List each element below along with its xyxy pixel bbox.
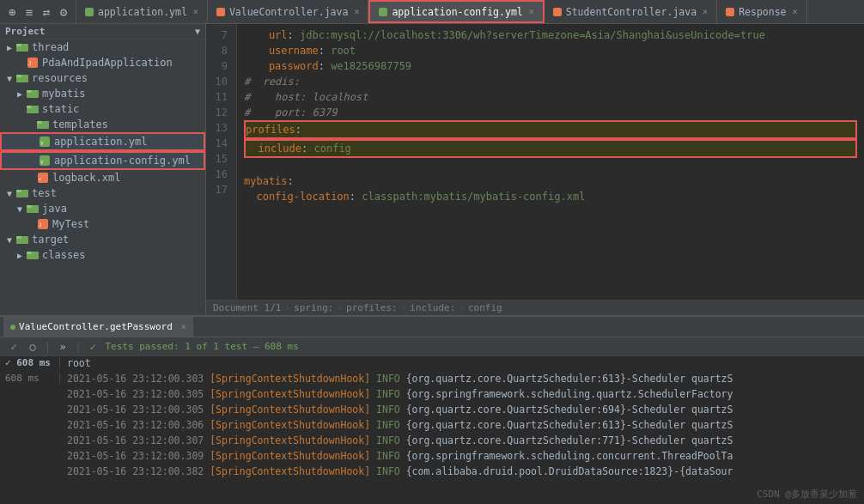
- breadcrumb-item-0: Document 1/1: [213, 302, 281, 313]
- code-line-14: include: config: [244, 139, 857, 158]
- tree-item-11[interactable]: JMyTest: [0, 216, 205, 232]
- tab-label-application-config-yml: application-config.yml: [392, 6, 522, 18]
- tree-label-4: static: [42, 103, 79, 115]
- tree-label-12: target: [32, 234, 69, 246]
- breadcrumb-item-4: config: [468, 302, 502, 313]
- tab-Response[interactable]: Response×: [717, 0, 806, 23]
- tree-file-icon-4: [26, 102, 40, 116]
- tab-bar: ⊕ ≡ ⇄ ⚙ application.yml×ValueController.…: [0, 0, 864, 24]
- tree-file-icon-6: y: [38, 135, 52, 149]
- code-content: 7891011121314151617 url: jdbc:mysql://lo…: [206, 24, 864, 300]
- separator2: |: [75, 341, 81, 353]
- sidebar-header: Project ▼: [0, 24, 205, 39]
- tree-arrow-10: ▼: [14, 203, 26, 215]
- tab-icon-application-config-yml: [379, 8, 387, 16]
- bottom-tab-label-0: ValueController.getPassword: [19, 321, 173, 332]
- log-content-1: 2021-05-16 23:12:00.303 [SpringContextSh…: [60, 373, 739, 385]
- bottom-tab-0[interactable]: ●ValueController.getPassword×: [3, 317, 193, 337]
- tab-icon-ValueController: [216, 8, 225, 16]
- code-line-11: # host: localhost: [244, 89, 857, 105]
- tree-arrow-0: ▶: [3, 41, 15, 53]
- log-row-3: 2021-05-16 23:12:00.305 [SpringContextSh…: [0, 403, 864, 418]
- code-line-7: url: jdbc:mysql://localhost:3306/wh?serv…: [244, 27, 857, 43]
- sidebar: Project ▼ ▶threadJPdaAndIpadApplication▼…: [0, 24, 206, 315]
- list-icon[interactable]: ≡: [22, 5, 36, 19]
- tree-label-3: mybatis: [42, 88, 86, 100]
- tab-close-ValueController[interactable]: ×: [354, 7, 359, 16]
- line-numbers: 7891011121314151617: [206, 24, 237, 300]
- tree-item-5[interactable]: templates: [0, 117, 205, 132]
- breadcrumb-bar: Document 1/1 › spring: › profiles: › inc…: [206, 300, 864, 315]
- breadcrumb-sep-1: ›: [337, 302, 343, 313]
- tree-file-icon-5: [36, 118, 50, 131]
- tab-close-Response[interactable]: ×: [793, 7, 798, 16]
- tree-file-icon-2: [15, 71, 29, 85]
- log-content-5: 2021-05-16 23:12:00.307 [SpringContextSh…: [60, 434, 739, 446]
- bottom-controls: ✓ ○ | » | ✓ Tests passed: 1 of 1 test – …: [0, 337, 864, 356]
- tree-item-6[interactable]: yapplication.yml: [0, 132, 205, 151]
- tree-item-3[interactable]: ▶mybatis: [0, 86, 205, 101]
- code-line-15: [244, 158, 857, 173]
- test-status-text: Tests passed: 1 of 1 test – 608 ms: [105, 341, 298, 352]
- breadcrumb-item-1: spring:: [294, 302, 333, 313]
- svg-rect-11: [37, 121, 42, 124]
- tab-label-ValueController: ValueController.java: [229, 6, 348, 18]
- tree-item-8[interactable]: xlogback.xml: [0, 170, 205, 185]
- code-lines[interactable]: url: jdbc:mysql://localhost:3306/wh?serv…: [237, 24, 864, 300]
- tree-item-4[interactable]: static: [0, 101, 205, 117]
- line-number-14: 14: [206, 136, 233, 151]
- svg-rect-25: [16, 236, 21, 239]
- tree-item-1[interactable]: JPdaAndIpadApplication: [0, 55, 205, 70]
- circle-icon[interactable]: ○: [26, 340, 40, 354]
- code-line-9: password: we18256987759: [244, 58, 857, 74]
- line-number-17: 17: [206, 182, 233, 197]
- split-icon[interactable]: ⇄: [40, 5, 53, 19]
- tab-ValueController[interactable]: ValueController.java×: [208, 0, 369, 23]
- log-content-0: root: [60, 357, 98, 369]
- tree-item-7[interactable]: yapplication-config.yml: [0, 151, 205, 170]
- pass-icon: ✓: [86, 340, 100, 354]
- log-content-7: 2021-05-16 23:12:00.382 [SpringContextSh…: [60, 465, 739, 477]
- svg-text:y: y: [40, 139, 44, 146]
- tree-file-icon-8: x: [36, 171, 50, 185]
- log-area: ✓ 608 msroot 608 ms2021-05-16 23:12:00.3…: [0, 356, 864, 504]
- svg-rect-19: [16, 190, 21, 192]
- tab-application-config-yml[interactable]: application-config.yml×: [368, 0, 544, 23]
- breadcrumb-item-3: include:: [410, 302, 455, 313]
- tree-item-9[interactable]: ▼test: [0, 185, 205, 201]
- tree-item-2[interactable]: ▼resources: [0, 70, 205, 86]
- log-row-4: 2021-05-16 23:12:00.306 [SpringContextSh…: [0, 418, 864, 434]
- tree-item-12[interactable]: ▼target: [0, 232, 205, 247]
- tree-arrow-13: ▶: [14, 249, 26, 261]
- log-row-2: 2021-05-16 23:12:00.305 [SpringContextSh…: [0, 387, 864, 403]
- log-content-2: 2021-05-16 23:12:00.305 [SpringContextSh…: [60, 388, 739, 400]
- tree-item-10[interactable]: ▼java: [0, 201, 205, 216]
- line-number-13: 13: [206, 120, 233, 136]
- gear-icon[interactable]: ⚙: [57, 5, 70, 19]
- tab-application-yml[interactable]: application.yml×: [76, 0, 208, 23]
- forward-icon[interactable]: »: [56, 340, 70, 354]
- tab-StudentController[interactable]: StudentController.java×: [545, 0, 717, 23]
- tree-item-13[interactable]: ▶classes: [0, 247, 205, 263]
- tree-item-0[interactable]: ▶thread: [0, 39, 205, 55]
- check-icon[interactable]: ✓: [7, 340, 21, 354]
- log-row-5: 2021-05-16 23:12:00.307 [SpringContextSh…: [0, 434, 864, 449]
- tab-close-application-yml[interactable]: ×: [193, 7, 198, 16]
- svg-text:x: x: [39, 176, 41, 181]
- tab-close-application-config-yml[interactable]: ×: [529, 7, 534, 16]
- bottom-tab-bar: ●ValueController.getPassword×: [0, 317, 864, 337]
- tree-label-6: application.yml: [54, 136, 147, 148]
- bottom-tab-close-0[interactable]: ×: [181, 322, 186, 331]
- tab-icon-StudentController: [553, 8, 562, 16]
- log-content-4: 2021-05-16 23:12:00.306 [SpringContextSh…: [60, 419, 739, 431]
- add-icon[interactable]: ⊕: [5, 5, 19, 19]
- tree-file-icon-12: [15, 233, 29, 246]
- code-line-16: mybatis:: [244, 173, 857, 189]
- log-content-3: 2021-05-16 23:12:00.305 [SpringContextSh…: [60, 404, 739, 416]
- tree-arrow-2: ▼: [3, 72, 15, 84]
- tab-label-application-yml: application.yml: [98, 6, 187, 18]
- file-tree: ▶threadJPdaAndIpadApplication▼resources▶…: [0, 39, 205, 263]
- sidebar-dropdown-icon[interactable]: ▼: [195, 27, 200, 36]
- svg-rect-9: [27, 106, 32, 108]
- tab-close-StudentController[interactable]: ×: [703, 7, 708, 16]
